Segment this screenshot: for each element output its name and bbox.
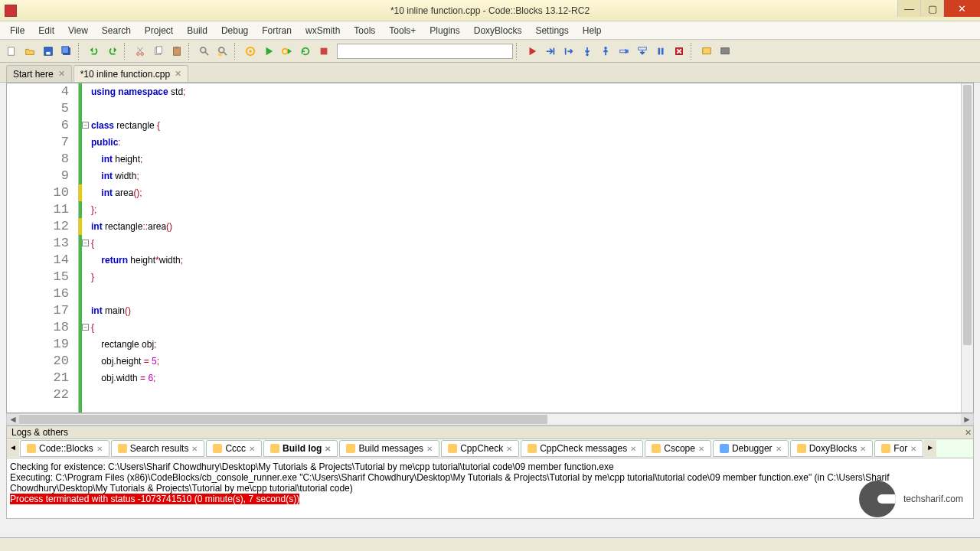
svg-rect-10 [175, 46, 178, 48]
menu-plugins[interactable]: Plugins [423, 23, 466, 38]
svg-rect-8 [156, 46, 162, 53]
menu-file[interactable]: File [3, 23, 31, 38]
horizontal-scrollbar[interactable]: ◄► [6, 413, 974, 425]
log-tab[interactable]: Cscope✕ [645, 440, 711, 457]
menu-project[interactable]: Project [138, 23, 180, 38]
document-tabbar: Start here✕*10 inline function.cpp✕ [0, 63, 980, 83]
menu-edit[interactable]: Edit [31, 23, 61, 38]
menu-help[interactable]: Help [576, 23, 609, 38]
svg-rect-24 [662, 47, 664, 54]
run-icon[interactable] [260, 43, 277, 60]
logs-header: Logs & others ✕ [6, 425, 974, 439]
menu-build[interactable]: Build [180, 23, 214, 38]
save-icon[interactable] [40, 43, 57, 60]
paste-icon[interactable] [168, 43, 185, 60]
next-instr-icon[interactable] [616, 43, 632, 60]
svg-point-6 [141, 52, 144, 55]
svg-rect-2 [46, 51, 50, 54]
replace-icon[interactable] [214, 43, 231, 60]
undo-icon[interactable] [86, 43, 103, 60]
window-title: *10 inline function.cpp - Code::Blocks 1… [390, 5, 590, 16]
svg-rect-17 [321, 47, 328, 54]
close-tab-icon[interactable]: ✕ [58, 69, 65, 79]
close-button[interactable]: ✕ [943, 0, 980, 17]
menu-view[interactable]: View [61, 23, 95, 38]
find-icon[interactable] [196, 43, 213, 60]
target-combo[interactable] [337, 44, 513, 59]
step-into-instr-icon[interactable] [634, 43, 651, 60]
line-gutter: 45678910111213141516171819202122 [7, 83, 79, 412]
log-tab[interactable]: Build messages✕ [339, 440, 439, 457]
code-editor[interactable]: 45678910111213141516171819202122 −−− usi… [6, 83, 974, 413]
log-tab[interactable]: Debugger✕ [713, 440, 789, 457]
log-tab[interactable]: CppCheck messages✕ [521, 440, 643, 457]
minimize-button[interactable]: — [897, 0, 920, 17]
svg-point-11 [201, 47, 206, 52]
menu-tools+[interactable]: Tools+ [382, 23, 423, 38]
build-run-icon[interactable] [279, 43, 296, 60]
menu-wxsmith[interactable]: wxSmith [299, 23, 347, 38]
vertical-scrollbar[interactable] [961, 83, 973, 412]
open-file-icon[interactable] [21, 43, 38, 60]
redo-icon[interactable] [104, 43, 121, 60]
document-tab[interactable]: *10 inline function.cpp✕ [74, 65, 188, 82]
maximize-button[interactable]: ▢ [920, 0, 943, 17]
build-log-output[interactable]: Checking for existence: C:\Users\Sharif … [6, 458, 974, 519]
menu-debug[interactable]: Debug [214, 23, 255, 38]
log-tab[interactable]: Code::Blocks✕ [20, 440, 109, 457]
abort-icon[interactable] [315, 43, 332, 60]
save-all-icon[interactable] [58, 43, 75, 60]
svg-rect-0 [8, 47, 15, 55]
svg-rect-23 [658, 47, 661, 54]
log-tab[interactable]: Build log✕ [263, 440, 338, 457]
svg-point-19 [586, 53, 589, 56]
rebuild-icon[interactable] [297, 43, 314, 60]
scroll-tabs-left-icon[interactable]: ◄ [7, 440, 19, 457]
watermark-logo-icon [859, 481, 896, 517]
watermark: techsharif.com [859, 481, 963, 517]
svg-rect-27 [721, 47, 730, 54]
copy-icon[interactable] [150, 43, 167, 60]
menu-doxyblocks[interactable]: DoxyBlocks [467, 23, 529, 38]
close-logs-icon[interactable]: ✕ [965, 428, 972, 438]
menu-search[interactable]: Search [95, 23, 138, 38]
svg-rect-4 [62, 46, 69, 53]
build-icon[interactable] [242, 43, 259, 60]
break-icon[interactable] [652, 43, 669, 60]
document-tab[interactable]: Start here✕ [6, 65, 72, 82]
run-to-cursor-icon[interactable] [542, 43, 559, 60]
debug-windows-icon[interactable] [698, 43, 715, 60]
menubar: FileEditViewSearchProjectBuildDebugFortr… [0, 21, 980, 40]
fold-margin[interactable]: −−− [79, 83, 91, 412]
toolbar [0, 40, 980, 63]
log-tab[interactable]: CppCheck✕ [441, 440, 519, 457]
log-tab[interactable]: Search results✕ [111, 440, 205, 457]
info-icon[interactable] [717, 43, 733, 60]
log-tab[interactable]: For✕ [874, 440, 923, 457]
svg-point-5 [137, 52, 140, 55]
code-area[interactable]: using namespace std;class rectangle {pub… [91, 83, 961, 412]
scroll-tabs-right-icon[interactable]: ► [924, 440, 936, 457]
menu-fortran[interactable]: Fortran [255, 23, 299, 38]
step-out-icon[interactable] [597, 43, 614, 60]
log-tab[interactable]: Cccc✕ [206, 440, 262, 457]
svg-rect-18 [554, 47, 555, 54]
svg-point-16 [283, 48, 288, 54]
log-tab[interactable]: DoxyBlocks✕ [790, 440, 874, 457]
next-line-icon[interactable] [560, 43, 577, 60]
svg-rect-22 [639, 47, 647, 50]
svg-point-12 [219, 47, 224, 52]
step-into-icon[interactable] [579, 43, 596, 60]
svg-point-20 [604, 46, 607, 49]
svg-rect-26 [703, 47, 711, 54]
stop-debug-icon[interactable] [671, 43, 688, 60]
debug-run-icon[interactable] [524, 43, 541, 60]
titlebar: *10 inline function.cpp - Code::Blocks 1… [0, 0, 980, 21]
close-tab-icon[interactable]: ✕ [175, 69, 181, 79]
menu-tools[interactable]: Tools [347, 23, 382, 38]
menu-settings[interactable]: Settings [528, 23, 575, 38]
statusbar [0, 537, 980, 551]
new-file-icon[interactable] [3, 43, 20, 60]
svg-point-15 [249, 50, 252, 53]
cut-icon[interactable] [132, 43, 149, 60]
